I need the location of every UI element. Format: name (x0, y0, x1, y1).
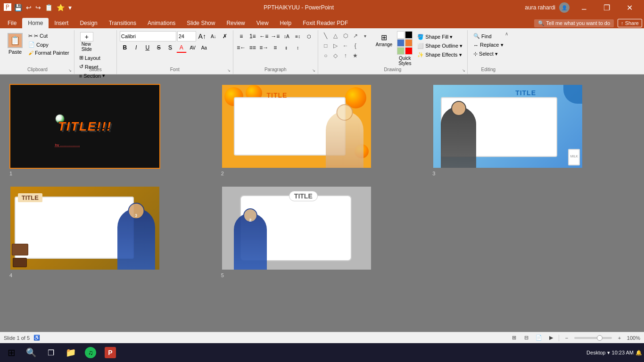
tab-home[interactable]: Home (22, 18, 49, 28)
qs-red[interactable] (405, 47, 413, 55)
notification-icon[interactable]: 🔔 (636, 350, 642, 356)
search-what-you-want[interactable]: 🔍 Tell me what you want to do (534, 19, 614, 27)
columns-button[interactable]: ⫾ (281, 42, 292, 53)
minimize-button[interactable]: ⎽ (573, 0, 595, 15)
collapse-ribbon[interactable]: ∧ (505, 31, 508, 36)
paste-button[interactable]: 📋 Paste (4, 31, 26, 57)
qs-orange[interactable] (405, 39, 413, 47)
shape-more[interactable]: ▾ (361, 31, 370, 41)
slide-thumb-1[interactable]: TITLE!!! by ................... (9, 84, 160, 169)
zoom-out-button[interactable]: − (562, 333, 571, 343)
drawing-expand[interactable]: ↘ (461, 67, 466, 73)
shape-hexagon[interactable]: ⬡ (341, 31, 350, 41)
tab-insert[interactable]: Insert (49, 18, 74, 28)
shape-star[interactable]: ★ (351, 51, 360, 60)
font-expand[interactable]: ↘ (226, 67, 232, 73)
shape-up-arrow[interactable]: ↑ (341, 51, 350, 60)
layout-button[interactable]: ⊞ Layout (77, 54, 107, 62)
reading-view-button[interactable]: 📄 (534, 333, 544, 343)
shape-outline-button[interactable]: ⬜ Shape Outline ▾ (415, 42, 464, 50)
tab-animations[interactable]: Animations (142, 18, 181, 28)
find-button[interactable]: 🔍 Find (471, 32, 506, 40)
shape-curve[interactable]: ↗ (351, 31, 360, 41)
shape-circle[interactable]: ○ (321, 51, 330, 60)
undo-quick-access[interactable]: ↩ (26, 4, 32, 11)
shape-diamond[interactable]: ◇ (331, 51, 340, 60)
show-desktop-label[interactable]: Desktop ▾ (586, 350, 610, 356)
shape-arrow[interactable]: ▷ (331, 41, 340, 50)
shape-fill-button[interactable]: 🪣 Shape Fill ▾ (415, 33, 464, 41)
tab-slideshow[interactable]: Slide Show (181, 18, 221, 28)
align-right-button[interactable]: ≡→ (259, 42, 269, 53)
format-painter-button[interactable]: 🖌 Format Painter (26, 49, 71, 57)
shape-bracket[interactable]: { (351, 41, 360, 50)
spotify-button[interactable]: ♫ (81, 344, 100, 361)
star-quick-access[interactable]: ⭐ (57, 4, 65, 11)
more-quick-access[interactable]: ▾ (68, 4, 72, 11)
tab-review[interactable]: Review (221, 18, 250, 28)
shape-left-arrow[interactable]: ← (341, 41, 350, 50)
replace-button[interactable]: ↔ Replace ▾ (471, 41, 506, 49)
slide-thumb-3[interactable]: TITLE MILK (432, 84, 583, 169)
qs-blue[interactable] (397, 39, 405, 47)
file-explorer-button[interactable]: 📁 (61, 344, 80, 361)
increase-font-button[interactable]: A↑ (197, 31, 207, 41)
italic-button[interactable]: I (131, 42, 141, 53)
bullets-button[interactable]: ≡ (236, 31, 247, 41)
slide-sorter-button[interactable]: ⊟ (522, 333, 531, 343)
copy-button[interactable]: 📄 Copy (26, 41, 71, 49)
numbering-button[interactable]: 1≡ (248, 31, 258, 41)
share-button[interactable]: ↑ Share (618, 19, 642, 27)
smartart-button[interactable]: ⬡ (304, 31, 314, 41)
restore-button[interactable]: ❐ (596, 0, 618, 15)
align-left-button[interactable]: ≡← (236, 42, 247, 53)
search-button[interactable]: 🔍 (22, 344, 41, 361)
task-view-button[interactable]: ❐ (41, 344, 60, 361)
powerpoint-taskbar-button[interactable]: P (101, 344, 120, 361)
shape-triangle[interactable]: △ (331, 31, 340, 41)
tab-file[interactable]: File (2, 18, 22, 28)
clipboard-expand[interactable]: ↘ (67, 67, 73, 73)
align-text-button[interactable]: ≡↕ (293, 31, 303, 41)
present-quick-access[interactable]: 📋 (45, 4, 53, 11)
normal-view-button[interactable]: ⊞ (510, 333, 519, 343)
new-slide-button[interactable]: + NewSlide (77, 31, 96, 53)
char-spacing-button[interactable]: AV (188, 42, 198, 53)
justify-button[interactable]: ≡ (270, 42, 281, 53)
font-name-input[interactable] (120, 31, 176, 41)
underline-button[interactable]: U (142, 42, 153, 53)
bold-button[interactable]: B (120, 42, 130, 53)
align-center-button[interactable]: ≡≡ (248, 42, 258, 53)
start-button[interactable]: ⊞ (2, 344, 21, 361)
clear-format-button[interactable]: ✗ (220, 31, 230, 41)
decrease-font-button[interactable]: A↓ (208, 31, 219, 41)
font-size-input[interactable] (177, 31, 196, 41)
tab-help[interactable]: Help (274, 18, 297, 28)
text-case-button[interactable]: Aa (199, 42, 209, 53)
cut-button[interactable]: ✂ ✂ Cut (26, 32, 71, 40)
redo-quick-access[interactable]: ↪ (35, 4, 41, 11)
qs-green[interactable] (397, 47, 405, 55)
shadow-button[interactable]: S (165, 42, 175, 53)
strikethrough-button[interactable]: S (154, 42, 164, 53)
qs-white[interactable] (397, 31, 405, 39)
shape-effects-button[interactable]: ✨ Shape Effects ▾ (415, 51, 464, 59)
tab-view[interactable]: View (251, 18, 274, 28)
shape-line[interactable]: ╲ (321, 31, 330, 41)
zoom-in-button[interactable]: + (615, 333, 624, 343)
increase-indent-button[interactable]: →≡ (270, 31, 281, 41)
tab-transitions[interactable]: Transitions (103, 18, 142, 28)
font-color-button[interactable]: A (176, 42, 187, 53)
line-spacing-button[interactable]: ↕ (293, 42, 303, 53)
close-button[interactable]: ✕ (619, 0, 640, 15)
slide-thumb-5[interactable]: TITLE 2 (221, 186, 372, 271)
slide-thumb-2[interactable]: TITLE (221, 84, 372, 169)
paragraph-expand[interactable]: ↘ (311, 67, 317, 73)
decrease-indent-button[interactable]: ←≡ (259, 31, 269, 41)
slideshow-view-button[interactable]: ▶ (546, 333, 556, 343)
slide-thumb-4[interactable]: TITLE 3 (9, 186, 160, 271)
accessibility-icon[interactable]: ♿ (33, 335, 40, 341)
text-direction-button[interactable]: ↕A (281, 31, 292, 41)
tab-foxit[interactable]: Foxit Reader PDF (297, 18, 354, 28)
qs-black[interactable] (405, 31, 413, 39)
